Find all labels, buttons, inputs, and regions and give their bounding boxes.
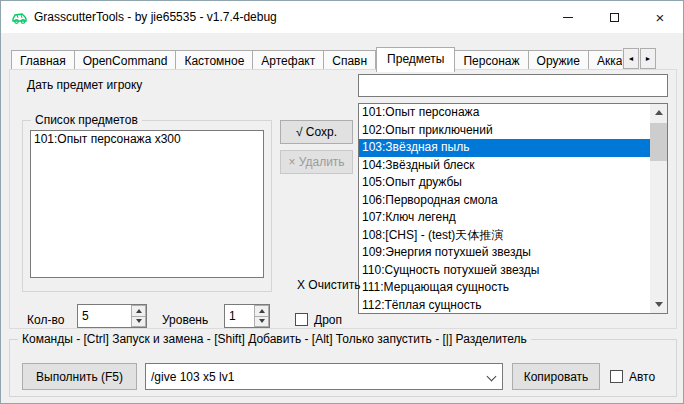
minimize-button[interactable] <box>545 1 591 33</box>
app-window: GrasscutterTools - by jie65535 - v1.7.4-… <box>0 0 684 404</box>
list-item[interactable]: 103:Звёздная пыль <box>359 139 650 157</box>
count-stepper[interactable]: 5 <box>77 304 147 328</box>
list-item[interactable]: 101:Опыт персонажа x300 <box>31 131 263 149</box>
copy-button[interactable]: Копировать <box>512 363 600 390</box>
give-item-label: Дать предмет игроку <box>27 78 142 92</box>
tab-scroll-left-button[interactable]: ◄ <box>623 48 639 69</box>
level-up-button[interactable] <box>254 305 269 317</box>
list-item[interactable]: 108:[CHS] - (test)天体推演 <box>359 227 650 245</box>
command-combobox[interactable] <box>145 363 503 390</box>
triangle-up-icon <box>136 309 142 313</box>
list-item[interactable]: 107:Ключ легенд <box>359 209 650 227</box>
scrollbar[interactable] <box>650 104 667 313</box>
arrow-left-icon: ◄ <box>628 55 635 62</box>
delete-button[interactable]: × Удалить <box>280 150 353 174</box>
level-label: Уровень <box>162 309 208 331</box>
list-item[interactable]: 109:Энергия потухшей звезды <box>359 244 650 262</box>
maximize-button[interactable] <box>591 1 637 33</box>
scroll-thumb[interactable] <box>650 123 667 161</box>
list-item[interactable]: 110:Сущность потухшей звезды <box>359 262 650 280</box>
commands-group-title: Команды - [Ctrl] Запуск и замена - [Shif… <box>18 332 531 346</box>
chevron-down-icon[interactable] <box>487 372 497 382</box>
auto-checkbox[interactable] <box>610 370 623 383</box>
items-listbox[interactable]: 101:Опыт персонажа102:Опыт приключений10… <box>358 103 668 314</box>
scroll-down-button[interactable] <box>650 296 667 313</box>
run-button[interactable]: Выполнить (F5) <box>22 363 137 390</box>
minimize-icon <box>563 17 573 18</box>
save-button[interactable]: √ Сохр. <box>280 120 353 144</box>
triangle-up-icon <box>259 309 265 313</box>
list-item[interactable]: 112:Тёплая сущность <box>359 297 650 315</box>
count-up-button[interactable] <box>131 305 146 317</box>
count-label: Кол-во <box>27 309 64 331</box>
close-icon: × <box>656 10 665 25</box>
maximize-icon <box>610 13 619 22</box>
auto-label: Авто <box>629 366 655 388</box>
items-rows: 101:Опыт персонажа102:Опыт приключений10… <box>359 104 650 313</box>
level-value: 1 <box>229 305 236 327</box>
triangle-down-icon <box>259 319 265 323</box>
list-item[interactable]: 104:Звёздный блеск <box>359 157 650 175</box>
level-stepper[interactable]: 1 <box>224 304 270 328</box>
tab-items[interactable]: Предметы <box>376 47 455 72</box>
tab-page-items: Дать предмет игроку 101:Опыт персонажа10… <box>9 69 677 329</box>
drop-checkbox[interactable] <box>295 313 308 326</box>
close-button[interactable]: × <box>637 1 683 33</box>
list-item[interactable]: 111:Мерцающая сущность <box>359 279 650 297</box>
saved-items-group: Список предметов 101:Опыт персонажа x300 <box>22 120 272 292</box>
list-item[interactable]: 102:Опыт приключений <box>359 122 650 140</box>
count-down-button[interactable] <box>131 317 146 328</box>
count-value: 5 <box>82 305 89 327</box>
triangle-down-icon <box>655 302 663 307</box>
search-input[interactable] <box>358 74 668 97</box>
triangle-up-icon <box>655 110 663 115</box>
tab-scroll-right-button[interactable]: ► <box>640 48 656 69</box>
title-bar[interactable]: GrasscutterTools - by jie65535 - v1.7.4-… <box>1 1 683 33</box>
command-input[interactable] <box>146 364 480 389</box>
app-logo-icon <box>11 9 28 26</box>
level-down-button[interactable] <box>254 317 269 328</box>
window-title: GrasscutterTools - by jie65535 - v1.7.4-… <box>34 1 277 33</box>
saved-items-listbox[interactable]: 101:Опыт персонажа x300 <box>30 130 264 278</box>
drop-label: Дроп <box>314 309 342 331</box>
arrow-right-icon: ► <box>645 55 652 62</box>
commands-group: Команды - [Ctrl] Запуск и замена - [Shif… <box>9 339 677 397</box>
list-item[interactable]: 106:Первородная смола <box>359 192 650 210</box>
scroll-up-button[interactable] <box>650 104 667 121</box>
list-item[interactable]: 101:Опыт персонажа <box>359 104 650 122</box>
clear-button[interactable]: X Очистить <box>297 278 361 292</box>
saved-items-group-title: Список предметов <box>31 113 142 127</box>
list-item[interactable]: 105:Опыт дружбы <box>359 174 650 192</box>
triangle-down-icon <box>136 319 142 323</box>
